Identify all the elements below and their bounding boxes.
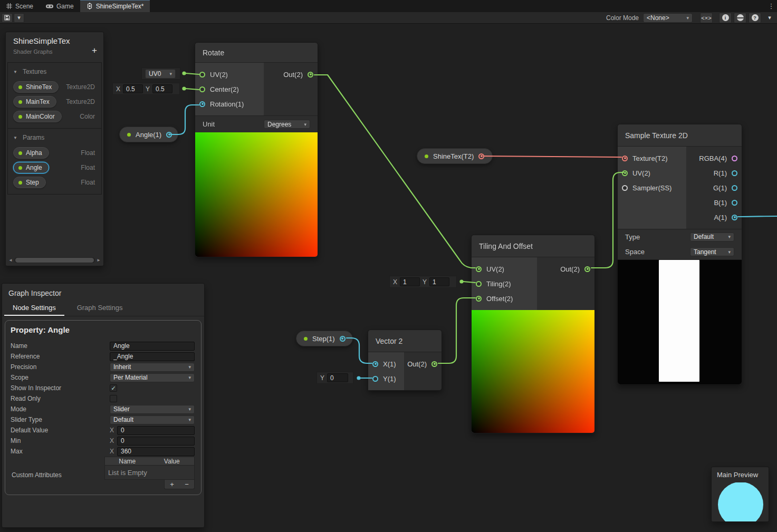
port-row-offset: Offset(2) [472, 291, 537, 306]
shinetex-output-port[interactable] [478, 153, 484, 159]
scrollbar-thumb[interactable] [15, 258, 94, 263]
edge-shinetex-to-texture[interactable] [484, 156, 621, 157]
property-pill-alpha[interactable]: Alpha [13, 147, 49, 159]
read-only-checkbox[interactable] [110, 395, 117, 402]
space-dropdown[interactable]: Tangent ▾ [690, 247, 734, 256]
property-node-step[interactable]: Step(1) [296, 331, 353, 346]
output-port-a[interactable] [732, 215, 737, 220]
name-input[interactable] [110, 342, 195, 351]
blackboard-panel[interactable]: ShineSimpleTex Shader Graphs + ▼ Texture… [5, 32, 104, 266]
add-property-button[interactable]: + [92, 45, 97, 56]
node-tiling-title[interactable]: Tiling And Offset [472, 235, 594, 257]
tab-scene[interactable]: Scene [0, 0, 40, 12]
input-port-sampler[interactable] [622, 185, 628, 191]
tab-shadergraph[interactable]: ShineSimpleTex* [80, 0, 150, 12]
foldout-icon[interactable]: ▼ [13, 70, 17, 74]
output-port-r[interactable] [732, 170, 737, 176]
category-textures-header[interactable]: ▼ Textures [8, 65, 101, 80]
output-port-out[interactable] [308, 72, 313, 78]
main-preview-panel[interactable]: Main Preview [711, 467, 769, 522]
inspector-toggle-button[interactable]: i [719, 13, 732, 23]
center-x-input[interactable] [123, 84, 143, 93]
tiling-y-input[interactable] [429, 277, 449, 286]
tiling-preview [472, 310, 594, 433]
mode-dropdown[interactable]: Slider ▾ [110, 405, 195, 414]
tab-game[interactable]: Game [40, 0, 80, 12]
output-port-b[interactable] [732, 200, 737, 206]
info-icon: i [722, 14, 729, 21]
scroll-right-icon[interactable]: ► [96, 258, 101, 263]
max-input[interactable] [117, 447, 195, 456]
input-port-rotation[interactable] [199, 101, 205, 107]
uv-channel-dropdown[interactable]: UV0 ▾ [145, 69, 176, 79]
edge-vector2-to-offset[interactable] [438, 298, 475, 363]
save-button[interactable] [2, 13, 13, 23]
property-node-shinetex[interactable]: ShineTex(T2) [417, 148, 493, 164]
property-pill-maincolor[interactable]: MainColor [13, 111, 62, 122]
reference-input[interactable] [110, 352, 195, 361]
exposed-dot-icon [18, 181, 22, 185]
slider-type-dropdown[interactable]: Default ▾ [110, 415, 195, 424]
category-params-header[interactable]: ▼ Params [8, 131, 101, 146]
scroll-left-icon[interactable]: ◄ [8, 258, 13, 263]
type-dropdown[interactable]: Default ▾ [690, 233, 734, 241]
output-port-rgba[interactable] [732, 156, 737, 161]
input-port-center[interactable] [199, 86, 205, 92]
scope-dropdown[interactable]: Per Material ▾ [110, 373, 195, 382]
tab-node-settings[interactable]: Node Settings [2, 302, 66, 316]
graph-inspector-panel[interactable]: Graph Inspector Node Settings Graph Sett… [2, 283, 205, 528]
show-in-inspector-checkbox[interactable]: ✓ [110, 384, 117, 392]
vector2-y-input[interactable] [327, 373, 348, 382]
color-mode-dropdown[interactable]: <None> ▾ [643, 13, 693, 23]
unit-dropdown[interactable]: Degrees ▾ [264, 120, 310, 129]
input-port-texture[interactable] [622, 156, 628, 161]
input-port-uv[interactable] [476, 266, 482, 272]
input-port-x[interactable] [372, 361, 378, 367]
default-value-input[interactable] [117, 426, 195, 435]
output-port-out[interactable] [431, 361, 437, 367]
field-default-value: Default Value X [5, 425, 201, 436]
kebab-menu-icon[interactable]: ⋮ [765, 0, 777, 12]
angle-output-port[interactable] [166, 132, 172, 138]
node-vector2[interactable]: Vector 2 X(1) Y(1) Out(2) [368, 330, 442, 391]
tab-graph-settings[interactable]: Graph Settings [66, 302, 133, 316]
property-pill-angle-selected[interactable]: Angle [13, 162, 49, 173]
step-output-port[interactable] [340, 336, 346, 342]
tiling-x-input[interactable] [400, 277, 420, 286]
foldout-icon[interactable]: ▼ [13, 136, 17, 140]
output-port-out[interactable] [584, 266, 590, 272]
input-port-offset[interactable] [476, 296, 482, 302]
node-rotate-title[interactable]: Rotate [195, 43, 318, 63]
input-port-uv[interactable] [622, 170, 628, 176]
preview-toggle-button[interactable] [734, 13, 746, 23]
min-input[interactable] [117, 437, 195, 446]
property-pill-maintex[interactable]: MainTex [13, 96, 56, 108]
vector2-y-widget: Y [316, 372, 353, 384]
remove-attribute-button[interactable]: − [185, 480, 189, 488]
center-y-input[interactable] [152, 84, 172, 93]
tab-bar: Scene Game ShineSimpleTex* ⋮ [0, 0, 777, 12]
precision-dropdown[interactable]: Inherit ▾ [110, 363, 195, 372]
edge-rotate-to-tiling-uv[interactable] [314, 75, 475, 268]
edge-sample-a-out[interactable] [738, 216, 777, 217]
output-port-g[interactable] [732, 185, 737, 191]
input-port-uv[interactable] [199, 72, 205, 78]
view-code-button[interactable]: <×> [700, 13, 713, 23]
property-pill-shinetex[interactable]: ShineTex [13, 81, 59, 93]
node-vector2-title[interactable]: Vector 2 [368, 330, 442, 352]
blackboard-hscrollbar[interactable]: ◄ ► [8, 257, 101, 264]
node-sample-texture-2d[interactable]: Sample Texture 2D Texture(T2) UV(2) Samp… [617, 124, 742, 385]
toolbar-overflow-button[interactable]: ▾ [763, 13, 776, 23]
input-port-y[interactable] [372, 376, 378, 382]
input-port-tiling[interactable] [476, 281, 482, 287]
help-button[interactable]: ? [749, 13, 761, 23]
property-node-angle[interactable]: Angle(1) [119, 127, 178, 142]
save-dropdown-button[interactable]: ▾ [14, 13, 24, 23]
node-sample-title[interactable]: Sample Texture 2D [618, 124, 742, 147]
node-tiling-and-offset[interactable]: Tiling And Offset UV(2) Tiling(2) Offset… [471, 235, 595, 433]
property-pill-step[interactable]: Step [13, 177, 46, 188]
uv-channel-widget: UV0 ▾ [141, 67, 180, 80]
scrollbar-track[interactable] [14, 257, 95, 263]
node-rotate[interactable]: Rotate UV(2) Center(2) Rotation(1) Out [195, 42, 318, 257]
add-attribute-button[interactable]: + [170, 480, 174, 488]
